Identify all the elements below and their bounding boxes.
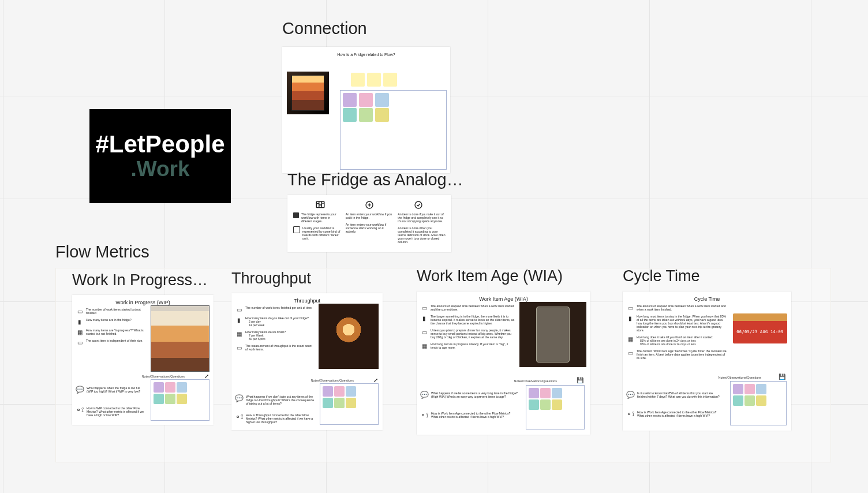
tp-bullets: ▭The number of work items finished per u… — [235, 306, 313, 351]
wia-q2-row: ⚬⟟How is Work Item Age connected to the … — [421, 412, 518, 419]
sticky-note[interactable] — [343, 108, 357, 122]
sticky-note[interactable] — [359, 108, 373, 122]
sticky-note[interactable] — [346, 398, 356, 408]
wip-notes-box[interactable] — [151, 379, 209, 421]
sticky-note[interactable] — [177, 394, 187, 404]
sticky-note[interactable] — [552, 399, 562, 410]
frame-cycle-time[interactable]: Cycle Time 06/05/23 AUG 14:09 ▭The amoun… — [623, 292, 791, 431]
analogy-text: An item is done if you take it out of th… — [398, 212, 446, 223]
chat-icon: 💬 — [235, 395, 242, 402]
notes-box[interactable] — [340, 90, 447, 170]
check-circle-icon — [413, 200, 424, 210]
ct-q1-row: 💬Is it useful to know that 85% of all it… — [627, 391, 724, 398]
wia-q2: How is Work Item Age connected to the ot… — [431, 412, 518, 419]
sticky-note[interactable] — [733, 384, 743, 394]
heading-throughput[interactable]: Throughput — [231, 270, 311, 287]
sticky-note[interactable] — [323, 386, 333, 397]
logo-card: #LetPeople .Work — [89, 109, 231, 203]
fridge-image — [287, 72, 329, 114]
fridge-mini-icon — [293, 212, 299, 218]
sticky-grid — [323, 386, 356, 408]
tp-q2-row: ⚬⟟How is Throughput connected to the oth… — [235, 413, 315, 424]
sticky-grid — [733, 384, 766, 406]
share-icon: ⚬⟟ — [421, 412, 428, 419]
sticky-note[interactable] — [529, 388, 539, 398]
sticky-note[interactable] — [351, 73, 365, 87]
sticky-note[interactable] — [744, 395, 755, 406]
fridge-icon: ▮ — [421, 315, 428, 322]
wia-q1: What happens if we let some items a very… — [431, 391, 518, 398]
wia-notes-box[interactable] — [526, 385, 585, 429]
frame-wip[interactable]: Work in Progress (WIP) ▭The number of wo… — [72, 295, 214, 425]
heading-wia[interactable]: Work Item Age (WIA) — [417, 267, 563, 285]
sticky-note[interactable] — [540, 388, 551, 398]
analogy-text: An item enters your workflow if you put … — [346, 212, 394, 219]
notes-label: Notes/Observations/Questions — [514, 379, 557, 383]
heading-cycle-time[interactable]: Cycle Time — [623, 267, 700, 285]
connection-header: How is a Fridge related to Flow? — [282, 47, 450, 57]
tp-b3s: 7 per Week 30 per Sprint — [245, 334, 286, 341]
note-icon: ▭ — [76, 339, 83, 346]
note-icon: ▭ — [627, 349, 634, 356]
save-icon[interactable]: 💾 — [779, 374, 785, 380]
ct-b4: The current "Work Item Age" becomes "Cyc… — [637, 349, 728, 360]
list-icon: ▭ — [235, 306, 242, 313]
section-title-connection[interactable]: Connection — [282, 19, 367, 38]
tp-b2s: 2 per day 14 per week — [245, 320, 309, 327]
sticky-note[interactable] — [334, 398, 345, 408]
sticky-note[interactable] — [359, 93, 373, 107]
sticky-note[interactable] — [756, 395, 766, 406]
section-title-analogy[interactable]: The Fridge as Analog… — [287, 170, 463, 189]
analogy-text: Usually your workflow is represented by … — [302, 226, 341, 240]
sticky-note[interactable] — [346, 386, 356, 397]
notes-label: Notes/Observations/Questions — [310, 379, 354, 382]
analogy-text: An item enters your workflow if someone … — [346, 223, 394, 233]
sticky-note[interactable] — [552, 388, 562, 398]
sticky-note[interactable] — [375, 93, 389, 107]
wip-q2: How is WIP connected to the other Flow M… — [87, 406, 147, 417]
chat-icon: 💬 — [421, 391, 428, 398]
sticky-note[interactable] — [165, 382, 175, 393]
sticky-row-yellow — [351, 73, 397, 87]
sticky-note[interactable] — [154, 382, 164, 393]
tp-notes-box[interactable] — [320, 383, 379, 425]
frame-wia[interactable]: Work Item Age (WIA) ▭The amount of elaps… — [417, 292, 590, 435]
frame-analogy[interactable]: The fridge represents your workflow with… — [287, 195, 451, 252]
board-mini-icon — [293, 226, 300, 233]
frame-connection[interactable]: How is a Fridge related to Flow? — [282, 47, 450, 173]
svg-point-9 — [415, 201, 422, 208]
sticky-note[interactable] — [165, 394, 175, 404]
sticky-note[interactable] — [334, 386, 345, 397]
save-icon[interactable]: 💾 — [577, 377, 583, 383]
sticky-note[interactable] — [540, 399, 551, 410]
sticky-note[interactable] — [756, 384, 766, 394]
heading-wip[interactable]: Work In Progress… — [72, 271, 208, 289]
tp-q1-row: 💬What happens if we don't take out any i… — [235, 395, 315, 405]
sticky-note[interactable] — [383, 73, 397, 87]
sticky-note[interactable] — [154, 394, 164, 404]
list-icon: ▭ — [76, 308, 83, 315]
expand-icon[interactable]: ⤢ — [373, 377, 378, 383]
frame-throughput[interactable]: Throughput ▭The number of work items fin… — [231, 293, 383, 430]
section-title-flow-metrics[interactable]: Flow Metrics — [55, 242, 149, 262]
notes-label: Notes/Observations/Questions — [718, 376, 761, 379]
sticky-note[interactable] — [733, 395, 743, 406]
sticky-note[interactable] — [529, 399, 539, 410]
analogy-columns: The fridge represents your workflow with… — [287, 212, 451, 244]
sticky-note[interactable] — [343, 93, 357, 107]
sticky-note[interactable] — [323, 398, 333, 408]
ct-b1: The amount of elapsed time between when … — [637, 304, 728, 311]
board-icon — [315, 200, 326, 210]
sticky-note[interactable] — [744, 384, 755, 394]
expand-icon[interactable]: ⤢ — [204, 373, 209, 379]
ct-b2: How long most items to stay in the fridg… — [637, 315, 728, 332]
wia-image — [519, 302, 586, 367]
ct-notes-box[interactable] — [730, 381, 787, 425]
plus-circle-icon — [364, 200, 375, 210]
sticky-note[interactable] — [375, 108, 389, 122]
sticky-note[interactable] — [367, 73, 381, 87]
sticky-note[interactable] — [177, 382, 187, 393]
board-icon: ▦ — [235, 330, 242, 337]
wia-bullets: ▭The amount of elapsed time between when… — [421, 304, 515, 349]
whiteboard-canvas[interactable]: #LetPeople .Work Connection How is a Fri… — [0, 0, 868, 493]
